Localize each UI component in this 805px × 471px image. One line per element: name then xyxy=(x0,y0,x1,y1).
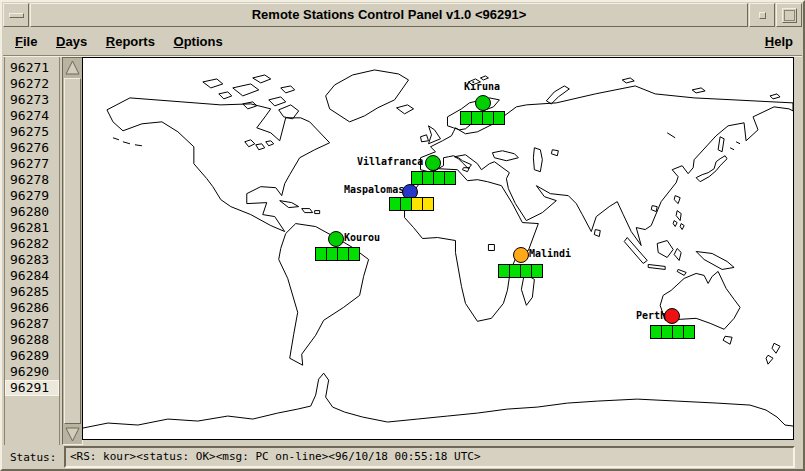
day-list-item[interactable]: 96282 xyxy=(5,236,59,252)
triangle-up-icon xyxy=(64,59,81,77)
day-list-item[interactable]: 96272 xyxy=(5,76,59,92)
status-bar: Status: <RS: kour><status: OK><msg: PC o… xyxy=(4,446,801,470)
day-list-item[interactable]: 96286 xyxy=(5,300,59,316)
day-list-item[interactable]: 96283 xyxy=(5,252,59,268)
station-status-boxes-perth xyxy=(650,325,694,339)
station-status-boxes-malindi xyxy=(498,264,542,278)
day-list-scrollbar[interactable] xyxy=(62,57,83,445)
station-label-villafranca: Villafranca xyxy=(357,156,423,167)
scroll-up-button[interactable] xyxy=(64,59,81,77)
station-dot-villafranca[interactable] xyxy=(425,155,441,171)
day-list-item[interactable]: 96290 xyxy=(5,364,59,380)
station-label-maspalomas: Maspalomas xyxy=(344,184,404,195)
station-dot-malindi[interactable] xyxy=(513,247,529,263)
main-window: Remote Stations Control Panel v1.0 <9629… xyxy=(0,0,805,471)
station-dot-kiruna[interactable] xyxy=(475,95,491,111)
stations-layer: KirunaVillafrancaMaspalomasKourouMalindi… xyxy=(83,58,793,439)
status-message-field: <RS: kour><status: OK><msg: PC on-line><… xyxy=(64,446,795,468)
title-bar[interactable]: Remote Stations Control Panel v1.0 <9629… xyxy=(3,3,802,27)
station-status-boxes-kourou xyxy=(315,247,359,261)
menu-reports[interactable]: Reports xyxy=(103,29,158,55)
maximize-icon xyxy=(782,8,797,23)
day-list-item[interactable]: 96285 xyxy=(5,284,59,300)
day-list-item[interactable]: 96289 xyxy=(5,348,59,364)
day-list-item[interactable]: 96280 xyxy=(5,204,59,220)
station-status-boxes-villafranca xyxy=(411,171,455,185)
menu-bar: File Days Reports Options Help xyxy=(3,29,802,56)
window-title: Remote Stations Control Panel v1.0 <9629… xyxy=(30,3,748,27)
day-list-item[interactable]: 96275 xyxy=(5,124,59,140)
day-list: 9627196272962739627496275962769627796278… xyxy=(4,57,60,445)
scrollbar-thumb[interactable] xyxy=(64,78,81,424)
window-menu-icon xyxy=(9,13,24,18)
day-list-item[interactable]: 96288 xyxy=(5,332,59,348)
day-list-item[interactable]: 96287 xyxy=(5,316,59,332)
day-list-item[interactable]: 96273 xyxy=(5,92,59,108)
minimize-button[interactable] xyxy=(749,3,775,27)
status-box xyxy=(683,325,695,339)
status-box xyxy=(422,197,434,211)
world-map-panel: KirunaVillafrancaMaspalomasKourouMalindi… xyxy=(82,57,794,440)
station-dot-perth[interactable] xyxy=(664,308,680,324)
station-status-boxes-maspalomas xyxy=(389,197,433,211)
station-label-perth: Perth xyxy=(636,310,666,321)
station-label-malindi: Malindi xyxy=(529,248,571,259)
day-list-item[interactable]: 96274 xyxy=(5,108,59,124)
day-list-item[interactable]: 96291 xyxy=(5,380,59,396)
station-label-kourou: Kourou xyxy=(344,232,380,243)
menu-options[interactable]: Options xyxy=(171,29,226,55)
day-list-item[interactable]: 96279 xyxy=(5,188,59,204)
day-list-item[interactable]: 96278 xyxy=(5,172,59,188)
station-status-boxes-kiruna xyxy=(460,111,504,125)
day-list-item[interactable]: 96281 xyxy=(5,220,59,236)
day-list-item[interactable]: 96277 xyxy=(5,156,59,172)
triangle-down-icon xyxy=(64,425,81,443)
maximize-button[interactable] xyxy=(776,3,802,27)
minimize-icon xyxy=(759,12,766,19)
menu-file[interactable]: File xyxy=(12,29,40,55)
menu-help[interactable]: Help xyxy=(762,29,796,55)
station-label-kiruna: Kiruna xyxy=(464,81,500,92)
status-box xyxy=(348,247,360,261)
day-list-item[interactable]: 96271 xyxy=(5,60,59,76)
day-list-item[interactable]: 96284 xyxy=(5,268,59,284)
day-list-item[interactable]: 96276 xyxy=(5,140,59,156)
status-label: Status: xyxy=(10,451,56,464)
status-box xyxy=(531,264,543,278)
scroll-down-button[interactable] xyxy=(64,425,81,443)
status-box xyxy=(444,171,456,185)
window-menu-button[interactable] xyxy=(3,3,29,27)
station-dot-kourou[interactable] xyxy=(328,231,344,247)
menu-days[interactable]: Days xyxy=(53,29,90,55)
status-box xyxy=(493,111,505,125)
